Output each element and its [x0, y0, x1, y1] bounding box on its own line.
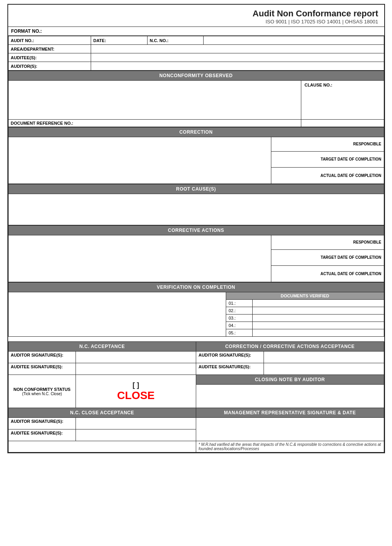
auditees-label: AUDITEE(S): — [8, 53, 91, 62]
report-title: Audit Non Conformance report — [14, 9, 378, 19]
doc-item-1-value — [252, 300, 384, 307]
auditor-sig-value-1 — [76, 352, 196, 363]
page: Audit Non Conformance report ISO 9001 | … — [7, 4, 385, 453]
correction-acceptance-header: CORRECTION / CORRECTIVE ACTIONS ACCEPTAN… — [196, 342, 384, 352]
nonconformity-content — [8, 81, 301, 120]
correction-content — [8, 137, 271, 184]
auditor-row: AUDITOR(S): — [8, 62, 384, 71]
closing-note-content — [196, 385, 384, 408]
auditee-sig-value-1 — [76, 363, 196, 375]
acceptance-header-row: N.C. ACCEPTANCE CORRECTION / CORRECTIVE … — [8, 342, 384, 352]
documents-verified-header: DOCUMENTS VERIFIED — [226, 292, 384, 300]
close-cell: [ ] CLOSE — [76, 375, 196, 408]
nc-acceptance-header: N.C. ACCEPTANCE — [8, 342, 196, 352]
doc-ref-value — [301, 120, 384, 127]
close-text: CLOSE — [78, 389, 193, 402]
auditee-sig-label-2: AUDITEE SIGNATURE(S): — [196, 363, 264, 375]
verification-header: VERIFICATION ON COMPLETION — [8, 283, 384, 292]
doc-ref-row: DOCUMENT REFERENCE NO.: — [8, 120, 384, 127]
auditee-sig-label-1: AUDITEE SIGNATURE(S): — [8, 363, 76, 375]
auditor-sig-row-2: AUDITOR SIGNATURE(S): — [8, 418, 384, 429]
info-table: AUDIT NO.: DATE: N.C. NO.: AREA/DEPARTME… — [8, 36, 384, 71]
correction-header: CORRECTION — [8, 127, 384, 137]
doc-item-2-value — [252, 307, 384, 315]
root-cause-header-row: ROOT CAUSE(S) — [8, 184, 384, 194]
corrective-actions-content-row: RESPONCIBLE — [8, 235, 384, 250]
actual-date-label-1: ACTUAL DATE OF COMPLETION — [271, 168, 384, 184]
target-date-label-1: TARGET DATE OF COMPLETION — [271, 151, 384, 168]
doc-item-4-label: 04.: — [226, 322, 253, 329]
responsible-label-2: RESPONCIBLE — [271, 235, 384, 250]
auditee-row: AUDITEE(S): — [8, 53, 384, 62]
actual-date-label-2: ACTUAL DATE OF COMPLETION — [271, 266, 384, 282]
clause-no-label: CLAUSE NO.: — [304, 82, 381, 88]
corrective-actions-header-row: CORRECTIVE ACTIONS — [8, 226, 384, 235]
corrective-actions-header: CORRECTIVE ACTIONS — [8, 226, 384, 235]
doc-item-3-label: 03.: — [226, 315, 253, 322]
correction-table: CORRECTION RESPONCIBLE TARGET DATE OF CO… — [8, 127, 384, 184]
date-label: DATE: — [91, 36, 147, 45]
auditors-label: AUDITOR(S): — [8, 62, 91, 71]
nc-close-auditor-sig-value — [76, 418, 196, 429]
doc-item-5-value — [252, 329, 384, 337]
auditor-sig-row-1: AUDITOR SIGNATURE(S): AUDITOR SIGNATURE(… — [8, 352, 384, 363]
format-no-label: FORMAT NO.: — [11, 28, 42, 34]
nc-close-header-row: N.C. CLOSE ACCEPTANCE MANAGEMENT REPRESE… — [8, 408, 384, 418]
target-date-label-2: TARGET DATE OF COMPLETION — [271, 249, 384, 266]
clause-no-value — [304, 88, 381, 115]
nc-close-auditee-sig-label: AUDITEE SIGNATURE(S): — [8, 429, 76, 441]
nc-status-tick-note: (Tick when N.C. Close) — [11, 392, 74, 396]
nc-status-label: NON CONFORMITY STATUS — [11, 387, 74, 392]
doc-item-3-value — [252, 315, 384, 322]
mgmt-rep-sig-cell — [196, 418, 384, 441]
nc-status-cell: NON CONFORMITY STATUS (Tick when N.C. Cl… — [8, 375, 76, 408]
verification-header-row: VERIFICATION ON COMPLETION — [8, 283, 384, 292]
footnote-text: * M.R.had varified all the areas that im… — [196, 441, 384, 452]
audit-no-label: AUDIT NO.: — [8, 36, 91, 45]
nc-close-acceptance-header: N.C. CLOSE ACCEPTANCE — [8, 408, 196, 418]
corrective-actions-table: CORRECTIVE ACTIONS RESPONCIBLE TARGET DA… — [8, 225, 384, 282]
auditee-sig-row-1: AUDITEE SIGNATURE(S): AUDITEE SIGNATURE(… — [8, 363, 384, 375]
nc-close-auditee-sig-value — [76, 429, 196, 441]
auditee-sig-value-2 — [264, 363, 384, 375]
root-cause-table: ROOT CAUSE(S) — [8, 184, 384, 225]
audit-date-nc-row: AUDIT NO.: DATE: N.C. NO.: — [8, 36, 384, 45]
format-no-row: FORMAT NO.: — [8, 27, 384, 36]
auditor-sig-label-2: AUDITOR SIGNATURE(S): — [196, 352, 264, 363]
nc-status-row: NON CONFORMITY STATUS (Tick when N.C. Cl… — [8, 375, 384, 385]
auditor-sig-label-1: AUDITOR SIGNATURE(S): — [8, 352, 76, 363]
correction-content-row: RESPONCIBLE — [8, 137, 384, 152]
acceptance-table: N.C. ACCEPTANCE CORRECTION / CORRECTIVE … — [8, 341, 384, 452]
nc-no-label: N.C. NO.: — [147, 36, 204, 45]
verification-content — [8, 292, 226, 337]
nonconformity-content-row: CLAUSE NO.: — [8, 81, 384, 120]
root-cause-content — [8, 194, 384, 225]
doc-ref-label: DOCUMENT REFERENCE NO.: — [8, 120, 301, 127]
doc-item-1-label: 01.: — [226, 300, 253, 307]
nonconformity-header-row: NONCONFORMITY OBSERVED — [8, 71, 384, 81]
doc-item-4-value — [252, 322, 384, 329]
close-bracket: [ ] — [78, 381, 193, 389]
doc-item-2-label: 02.: — [226, 307, 253, 315]
responsible-label-1: RESPONCIBLE — [271, 137, 384, 152]
closing-note-header: CLOSING NOTE BY AUDITOR — [196, 375, 384, 385]
doc-item-5-label: 05.: — [226, 329, 253, 337]
correction-header-row: CORRECTION — [8, 127, 384, 137]
auditor-sig-value-2 — [264, 352, 384, 363]
footnote-row: * M.R.had varified all the areas that im… — [8, 441, 384, 452]
area-row: AREA/DEPARTMENT: — [8, 45, 384, 53]
report-subtitle: ISO 9001 | ISO 17025 ISO 14001 | OHSAS 1… — [14, 19, 378, 25]
root-cause-content-row — [8, 194, 384, 225]
area-dept-label: AREA/DEPARTMENT: — [8, 45, 91, 53]
nonconformity-header: NONCONFORMITY OBSERVED — [8, 71, 384, 81]
page-header: Audit Non Conformance report ISO 9001 | … — [8, 5, 384, 27]
mgmt-rep-sig-header: MANAGEMENT REPRESENTATIVE SIGNATURE & DA… — [196, 408, 384, 418]
verification-subheader-row: DOCUMENTS VERIFIED — [8, 292, 384, 300]
nc-close-auditor-sig-label: AUDITOR SIGNATURE(S): — [8, 418, 76, 429]
corrective-actions-content — [8, 235, 271, 282]
verification-table: VERIFICATION ON COMPLETION DOCUMENTS VER… — [8, 282, 384, 337]
nonconformity-table: NONCONFORMITY OBSERVED CLAUSE NO.: DOCUM… — [8, 71, 384, 127]
root-cause-header: ROOT CAUSE(S) — [8, 184, 384, 194]
